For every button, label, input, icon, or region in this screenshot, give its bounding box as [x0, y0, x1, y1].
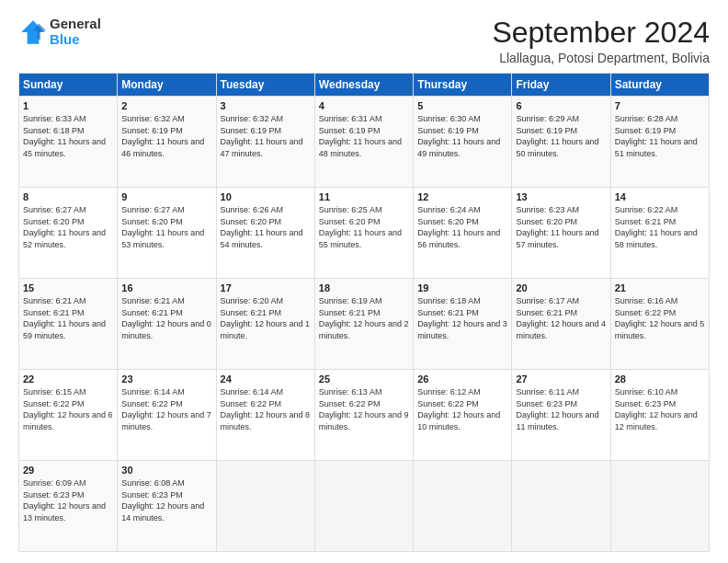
sunrise-text: Sunrise: 6:29 AM: [516, 114, 579, 123]
daylight-text: Daylight: 12 hours and 5 minutes.: [615, 319, 705, 340]
sunset-text: Sunset: 6:21 PM: [516, 308, 577, 317]
sunset-text: Sunset: 6:19 PM: [121, 126, 183, 135]
daylight-text: Daylight: 12 hours and 10 minutes.: [417, 410, 500, 431]
sunrise-text: Sunrise: 6:27 AM: [121, 205, 185, 214]
sunrise-text: Sunrise: 6:18 AM: [417, 296, 481, 305]
table-row: [314, 461, 413, 552]
day-info: Sunrise: 6:14 AMSunset: 6:22 PMDaylight:…: [121, 386, 211, 432]
sunrise-text: Sunrise: 6:17 AM: [516, 296, 579, 305]
sunrise-text: Sunrise: 6:33 AM: [23, 114, 86, 123]
col-sunday: Sunday: [19, 74, 118, 97]
sunset-text: Sunset: 6:20 PM: [221, 217, 282, 226]
sunset-text: Sunset: 6:21 PM: [121, 308, 183, 317]
day-info: Sunrise: 6:23 AMSunset: 6:20 PMDaylight:…: [516, 204, 606, 250]
day-info: Sunrise: 6:17 AMSunset: 6:21 PMDaylight:…: [516, 295, 606, 341]
table-row: 10Sunrise: 6:26 AMSunset: 6:20 PMDayligh…: [216, 188, 314, 279]
table-row: 20Sunrise: 6:17 AMSunset: 6:21 PMDayligh…: [512, 279, 610, 370]
day-number: 1: [23, 100, 113, 111]
sunrise-text: Sunrise: 6:24 AM: [417, 205, 481, 214]
table-row: 17Sunrise: 6:20 AMSunset: 6:21 PMDayligh…: [216, 279, 314, 370]
sunset-text: Sunset: 6:22 PM: [417, 399, 479, 408]
daylight-text: Daylight: 11 hours and 57 minutes.: [516, 228, 598, 249]
daylight-text: Daylight: 11 hours and 48 minutes.: [319, 137, 402, 158]
svg-marker-0: [21, 20, 45, 44]
sunrise-text: Sunrise: 6:21 AM: [121, 296, 185, 305]
day-info: Sunrise: 6:32 AMSunset: 6:19 PMDaylight:…: [121, 113, 211, 159]
daylight-text: Daylight: 12 hours and 14 minutes.: [121, 501, 204, 523]
sunset-text: Sunset: 6:19 PM: [417, 126, 479, 135]
logo-blue: Blue: [50, 32, 101, 48]
day-number: 2: [121, 100, 211, 111]
table-row: 7Sunrise: 6:28 AMSunset: 6:19 PMDaylight…: [610, 97, 709, 188]
table-row: 21Sunrise: 6:16 AMSunset: 6:22 PMDayligh…: [610, 279, 709, 370]
logo-text: General Blue: [50, 17, 101, 47]
calendar-header-row: Sunday Monday Tuesday Wednesday Thursday…: [19, 74, 710, 97]
day-number: 13: [516, 191, 606, 202]
sunrise-text: Sunrise: 6:19 AM: [319, 296, 382, 305]
sunrise-text: Sunrise: 6:16 AM: [615, 296, 678, 305]
sunset-text: Sunset: 6:18 PM: [23, 126, 85, 135]
table-row: 13Sunrise: 6:23 AMSunset: 6:20 PMDayligh…: [512, 188, 610, 279]
calendar-week-row: 22Sunrise: 6:15 AMSunset: 6:22 PMDayligh…: [19, 370, 710, 461]
day-number: 3: [221, 100, 311, 111]
daylight-text: Daylight: 11 hours and 47 minutes.: [221, 137, 303, 158]
sunset-text: Sunset: 6:19 PM: [221, 126, 282, 135]
day-number: 20: [516, 282, 606, 293]
day-info: Sunrise: 6:32 AMSunset: 6:19 PMDaylight:…: [221, 113, 311, 159]
table-row: 23Sunrise: 6:14 AMSunset: 6:22 PMDayligh…: [118, 370, 216, 461]
daylight-text: Daylight: 12 hours and 3 minutes.: [417, 319, 507, 340]
sunrise-text: Sunrise: 6:27 AM: [23, 205, 86, 214]
day-info: Sunrise: 6:21 AMSunset: 6:21 PMDaylight:…: [23, 295, 113, 341]
sunrise-text: Sunrise: 6:09 AM: [23, 478, 86, 488]
day-info: Sunrise: 6:15 AMSunset: 6:22 PMDaylight:…: [23, 386, 113, 432]
sunset-text: Sunset: 6:22 PM: [615, 308, 677, 317]
daylight-text: Daylight: 11 hours and 53 minutes.: [121, 228, 204, 249]
col-thursday: Thursday: [414, 74, 512, 97]
day-info: Sunrise: 6:20 AMSunset: 6:21 PMDaylight:…: [221, 295, 311, 341]
day-number: 24: [221, 373, 311, 385]
daylight-text: Daylight: 11 hours and 59 minutes.: [23, 319, 106, 340]
daylight-text: Daylight: 11 hours and 55 minutes.: [319, 228, 402, 249]
table-row: 3Sunrise: 6:32 AMSunset: 6:19 PMDaylight…: [216, 97, 314, 188]
table-row: 5Sunrise: 6:30 AMSunset: 6:19 PMDaylight…: [414, 97, 512, 188]
day-number: 16: [121, 282, 211, 293]
sunrise-text: Sunrise: 6:22 AM: [615, 205, 678, 214]
daylight-text: Daylight: 12 hours and 2 minutes.: [319, 319, 409, 340]
day-number: 9: [121, 191, 211, 202]
table-row: 28Sunrise: 6:10 AMSunset: 6:23 PMDayligh…: [610, 370, 709, 461]
table-row: 27Sunrise: 6:11 AMSunset: 6:23 PMDayligh…: [512, 370, 610, 461]
daylight-text: Daylight: 11 hours and 58 minutes.: [615, 228, 698, 249]
table-row: 16Sunrise: 6:21 AMSunset: 6:21 PMDayligh…: [118, 279, 216, 370]
daylight-text: Daylight: 12 hours and 8 minutes.: [221, 410, 311, 431]
day-number: 12: [417, 191, 507, 202]
sunrise-text: Sunrise: 6:32 AM: [121, 114, 185, 123]
sunset-text: Sunset: 6:19 PM: [516, 126, 577, 135]
sunrise-text: Sunrise: 6:14 AM: [221, 387, 284, 396]
day-number: 30: [121, 465, 211, 476]
sunset-text: Sunset: 6:22 PM: [121, 399, 183, 408]
col-friday: Friday: [512, 74, 610, 97]
table-row: 6Sunrise: 6:29 AMSunset: 6:19 PMDaylight…: [512, 97, 610, 188]
header: General Blue September 2024 Llallagua, P…: [18, 17, 710, 65]
sunrise-text: Sunrise: 6:30 AM: [417, 114, 481, 123]
daylight-text: Daylight: 11 hours and 46 minutes.: [121, 137, 204, 158]
sunrise-text: Sunrise: 6:10 AM: [615, 387, 678, 396]
day-info: Sunrise: 6:33 AMSunset: 6:18 PMDaylight:…: [23, 113, 113, 159]
day-info: Sunrise: 6:13 AMSunset: 6:22 PMDaylight:…: [319, 386, 409, 432]
sunrise-text: Sunrise: 6:31 AM: [319, 114, 382, 123]
day-info: Sunrise: 6:24 AMSunset: 6:20 PMDaylight:…: [417, 204, 507, 250]
day-info: Sunrise: 6:27 AMSunset: 6:20 PMDaylight:…: [121, 204, 211, 250]
title-block: September 2024 Llallagua, Potosi Departm…: [492, 17, 710, 65]
daylight-text: Daylight: 12 hours and 6 minutes.: [23, 410, 113, 431]
day-number: 14: [615, 191, 705, 202]
daylight-text: Daylight: 12 hours and 7 minutes.: [121, 410, 211, 431]
day-info: Sunrise: 6:11 AMSunset: 6:23 PMDaylight:…: [516, 386, 606, 432]
day-number: 5: [417, 100, 507, 111]
day-info: Sunrise: 6:10 AMSunset: 6:23 PMDaylight:…: [615, 386, 705, 432]
daylight-text: Daylight: 11 hours and 45 minutes.: [23, 137, 106, 158]
day-info: Sunrise: 6:08 AMSunset: 6:23 PMDaylight:…: [121, 477, 211, 523]
table-row: 15Sunrise: 6:21 AMSunset: 6:21 PMDayligh…: [19, 279, 118, 370]
day-number: 8: [23, 191, 113, 202]
sunset-text: Sunset: 6:20 PM: [121, 217, 183, 226]
day-number: 6: [516, 100, 606, 111]
